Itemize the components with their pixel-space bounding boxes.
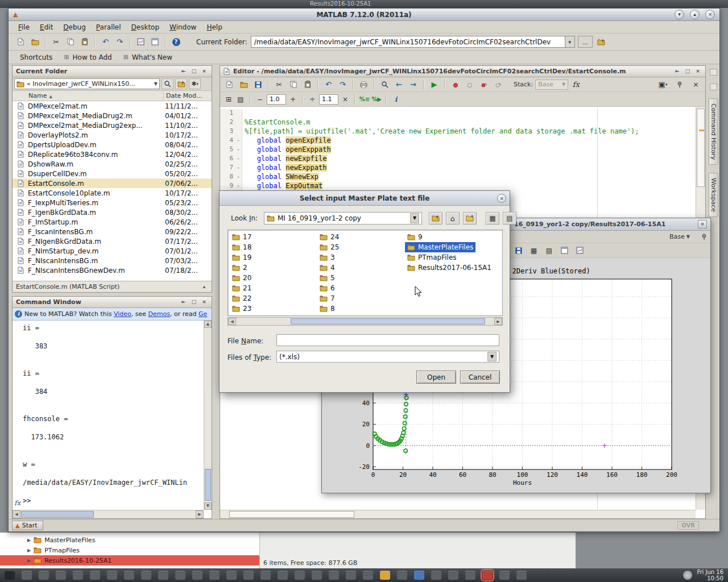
- save-icon[interactable]: [251, 78, 264, 91]
- code-line-6[interactable]: 6- global newExpfile: [220, 155, 696, 164]
- taskbar-app-30[interactable]: [499, 571, 510, 580]
- simulink-icon[interactable]: [134, 35, 147, 48]
- taskbar-app-28[interactable]: [465, 571, 475, 580]
- dock-icon[interactable]: ⇤: [673, 68, 681, 75]
- scrollbar-thumb[interactable]: [697, 109, 705, 187]
- dialog-horizontal-scrollbar[interactable]: ◀ ▶: [228, 317, 503, 326]
- column-name[interactable]: Name▲: [13, 92, 164, 99]
- getting-started-link[interactable]: Ge: [198, 310, 207, 318]
- dock-tab-workspace[interactable]: Workspace: [709, 173, 718, 217]
- copy-icon[interactable]: [64, 35, 77, 48]
- up-one-level-icon[interactable]: ↑: [175, 78, 187, 89]
- search-icon[interactable]: [162, 78, 173, 89]
- actions-gear-icon[interactable]: ✱▾: [189, 78, 201, 89]
- multiply-value-button[interactable]: ×: [340, 94, 350, 105]
- dialog-folder-23[interactable]: 23: [230, 304, 254, 314]
- dialog-folder-22[interactable]: 22: [230, 293, 254, 304]
- menu-parallel[interactable]: Parallel: [91, 22, 126, 32]
- guide-icon[interactable]: [148, 35, 162, 48]
- menu-edit[interactable]: Edit: [35, 22, 58, 32]
- undock-icon[interactable]: □: [190, 298, 198, 306]
- current-folder-path-input[interactable]: [251, 36, 565, 48]
- eval-cell-icon[interactable]: %≡: [359, 94, 370, 105]
- menu-desktop[interactable]: Desktop: [126, 22, 165, 32]
- file-row-F_IexpMultiTseries.m[interactable]: F_IexpMultiTseries.m05/23/2...: [13, 198, 212, 207]
- column-date-modified[interactable]: Date Mod...: [164, 92, 202, 99]
- new-script-icon[interactable]: [223, 78, 236, 91]
- redo-icon[interactable]: ↷: [113, 35, 126, 48]
- close-icon[interactable]: ×: [694, 68, 702, 75]
- go-forward-icon[interactable]: →: [407, 78, 420, 91]
- file-row-F_NIscanIntensBG.m[interactable]: F_NIscanIntensBG.m07/03/2...: [13, 256, 212, 265]
- dialog-folder-17[interactable]: 17: [230, 232, 254, 242]
- undo-icon[interactable]: ↶: [322, 78, 335, 91]
- cancel-button[interactable]: Cancel: [460, 371, 500, 384]
- taskbar-app-31[interactable]: [516, 571, 527, 580]
- taskbar-app-12[interactable]: [192, 571, 202, 580]
- help-icon[interactable]: ?: [169, 35, 183, 48]
- taskbar-app-4[interactable]: [56, 571, 66, 580]
- close-icon[interactable]: ×: [698, 220, 707, 228]
- scrollbar-thumb[interactable]: [205, 469, 211, 501]
- menu-file[interactable]: File: [13, 22, 35, 32]
- enable-breakpoint-icon[interactable]: [477, 78, 490, 91]
- cut-icon[interactable]: ✂: [49, 35, 63, 48]
- vertical-scrollbar[interactable]: ▲ ▼: [204, 321, 212, 510]
- file-row-F_IgenBkGrdData.m[interactable]: F_IgenBkGrdData.m08/30/2...: [13, 207, 212, 217]
- taskbar-app-24[interactable]: [397, 571, 407, 580]
- close-icon[interactable]: ×: [705, 10, 715, 19]
- file-row-DoverlayPlots2.m[interactable]: DoverlayPlots2.m10/17/2...: [13, 130, 212, 140]
- taskbar-app-9[interactable]: [141, 571, 151, 580]
- scroll-left-icon[interactable]: ◀: [228, 318, 236, 325]
- dialog-folder-PTmapFiles[interactable]: PTmapFiles: [405, 252, 459, 263]
- file-row-DMPexcel2mat_MediaDrug2exp...[interactable]: DMPexcel2mat_MediaDrug2exp...11/10/2...: [13, 120, 212, 130]
- go-up-folder-icon[interactable]: ↑: [595, 35, 608, 48]
- print-icon[interactable]: [357, 78, 370, 91]
- open-file-icon[interactable]: [28, 35, 42, 48]
- copy-icon[interactable]: [287, 78, 300, 91]
- dialog-folder-19[interactable]: 19: [230, 252, 254, 263]
- taskbar-app-7[interactable]: [107, 571, 117, 580]
- increment-value-2[interactable]: 1.1: [319, 94, 338, 105]
- home-button[interactable]: ⌂: [446, 212, 460, 225]
- expand-details-icon[interactable]: ▴: [200, 283, 208, 290]
- code-line-8[interactable]: 8- global SWnewExp: [220, 173, 696, 182]
- tree-item-PTmapFiles[interactable]: ▶PTmapFiles: [0, 545, 259, 555]
- dialog-folder-5[interactable]: 5: [317, 273, 337, 283]
- taskbar-app-26[interactable]: [431, 571, 441, 580]
- file-name-input[interactable]: [276, 334, 499, 346]
- scrollbar-thumb[interactable]: [21, 511, 94, 518]
- grid-view-button[interactable]: ▦: [486, 212, 499, 225]
- file-row-F_ImStartup.m[interactable]: F_ImStartup.m06/26/2...: [13, 217, 212, 227]
- undock-icon[interactable]: □: [190, 68, 198, 75]
- taskbar-app-27[interactable]: [448, 571, 458, 580]
- expand-arrow-icon[interactable]: ▶: [27, 548, 31, 553]
- horizontal-scrollbar[interactable]: ◀ ▶: [13, 510, 204, 518]
- code-line-7[interactable]: 7- global newExppath: [220, 164, 696, 173]
- pin-icon[interactable]: [701, 234, 707, 242]
- layout-icon[interactable]: ▣▾: [656, 78, 669, 91]
- list-view-icon[interactable]: ▤: [543, 244, 556, 257]
- dialog-folder-MasterPlateFiles[interactable]: MasterPlateFiles: [405, 242, 475, 252]
- browse-folder-button[interactable]: ...: [578, 36, 593, 48]
- fx-button[interactable]: fx: [569, 78, 582, 91]
- command-output[interactable]: ii = 383ii = 384fhconsole = 173.1062w =/…: [13, 321, 204, 510]
- file-row-DshowRaw.m[interactable]: DshowRaw.m02/25/2...: [13, 159, 212, 169]
- file-row-F_NImStartup_dev.m[interactable]: F_NImStartup_dev.m07/01/2...: [13, 246, 212, 256]
- editor-horizontal-scrollbar[interactable]: [220, 510, 696, 518]
- tree-item-Results2016-10-25A1[interactable]: ▶Results2016-10-25A1: [0, 555, 259, 566]
- taskbar-app-8[interactable]: [124, 571, 134, 580]
- video-link[interactable]: Video: [114, 310, 131, 318]
- scroll-down-icon[interactable]: ▼: [204, 502, 212, 510]
- close-icon[interactable]: ×: [200, 298, 208, 306]
- taskbar-app-2[interactable]: [22, 571, 32, 580]
- info-icon[interactable]: i: [391, 94, 401, 105]
- taskbar-app-6[interactable]: [90, 571, 100, 580]
- dialog-folder-9[interactable]: 9: [405, 232, 425, 242]
- dock-mini-icon[interactable]: [710, 69, 717, 76]
- scroll-right-icon[interactable]: ▶: [196, 510, 204, 518]
- taskbar-app-18[interactable]: [295, 571, 305, 580]
- figure-stack-combo[interactable]: Base▼: [669, 233, 690, 240]
- cut-icon[interactable]: ✂: [272, 78, 286, 91]
- dialog-folder-2[interactable]: 2: [230, 263, 250, 273]
